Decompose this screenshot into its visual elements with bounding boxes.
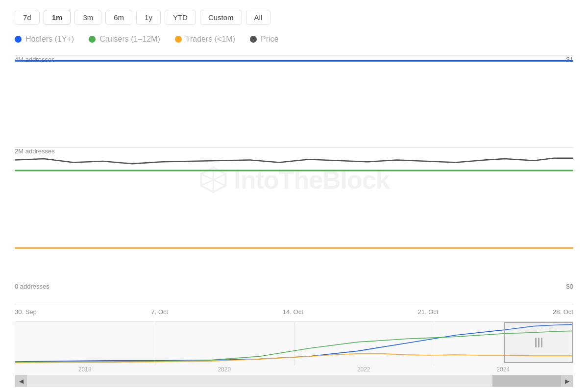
hodlers-label: Hodlers (1Y+) [25, 35, 74, 44]
hodlers-dot [15, 36, 22, 43]
x-axis: 30. Sep 7. Oct 14. Oct 21. Oct 28. Oct [15, 304, 573, 318]
scrollbar: ◀ ▶ [15, 375, 573, 387]
x-label-1: 30. Sep [15, 308, 37, 316]
cruisers-dot [89, 36, 96, 43]
chart-svg [15, 56, 573, 304]
time-btn-custom[interactable]: Custom [200, 10, 242, 25]
time-btn-ytd[interactable]: YTD [165, 10, 196, 25]
scroll-thumb[interactable] [492, 375, 561, 387]
legend-price: Price [250, 35, 278, 44]
page-container: 7d 1m 3m 6m 1y YTD Custom All Hodlers (1… [0, 0, 588, 392]
price-label: Price [261, 35, 278, 44]
x-label-2: 7. Oct [151, 308, 169, 316]
legend-hodlers: Hodlers (1Y+) [15, 35, 74, 44]
traders-label: Traders (<1M) [186, 35, 235, 44]
mini-chart-inner: 2018 2020 2022 2024 [15, 322, 573, 375]
mini-year-2018: 2018 [78, 366, 92, 373]
mini-nav-handle[interactable] [504, 322, 573, 363]
main-chart-area: IntoTheBlock 4M addresses 2M addresses 0… [15, 56, 573, 387]
x-label-5: 28. Oct [553, 308, 573, 316]
mini-chart-svg [15, 322, 573, 364]
traders-dot [175, 36, 182, 43]
scroll-right-arrow[interactable]: ▶ [561, 375, 573, 387]
grip-bar-1 [535, 338, 537, 347]
main-chart: IntoTheBlock 4M addresses 2M addresses 0… [15, 56, 573, 304]
mini-chart[interactable]: 2018 2020 2022 2024 [15, 321, 573, 375]
grip-bar-2 [538, 338, 539, 347]
scroll-left-arrow[interactable]: ◀ [15, 375, 27, 387]
price-dot [250, 36, 257, 43]
time-btn-all[interactable]: All [246, 10, 271, 25]
chart-legend: Hodlers (1Y+) Cruisers (1–12M) Traders (… [15, 35, 573, 44]
time-btn-3m[interactable]: 3m [74, 10, 101, 25]
x-label-3: 14. Oct [283, 308, 303, 316]
mini-nav-grip [535, 338, 542, 347]
time-range-selector: 7d 1m 3m 6m 1y YTD Custom All [15, 10, 573, 25]
mini-year-2024: 2024 [496, 366, 510, 373]
time-btn-1y[interactable]: 1y [136, 10, 161, 25]
legend-traders: Traders (<1M) [175, 35, 235, 44]
legend-cruisers: Cruisers (1–12M) [89, 35, 160, 44]
time-btn-7d[interactable]: 7d [15, 10, 40, 25]
time-btn-1m[interactable]: 1m [44, 10, 71, 25]
cruisers-label: Cruisers (1–12M) [99, 35, 160, 44]
mini-year-2020: 2020 [218, 366, 231, 373]
x-label-4: 21. Oct [417, 308, 438, 316]
scroll-track[interactable] [27, 375, 561, 387]
grip-bar-3 [541, 338, 542, 347]
mini-year-2022: 2022 [357, 366, 370, 373]
time-btn-6m[interactable]: 6m [105, 10, 132, 25]
